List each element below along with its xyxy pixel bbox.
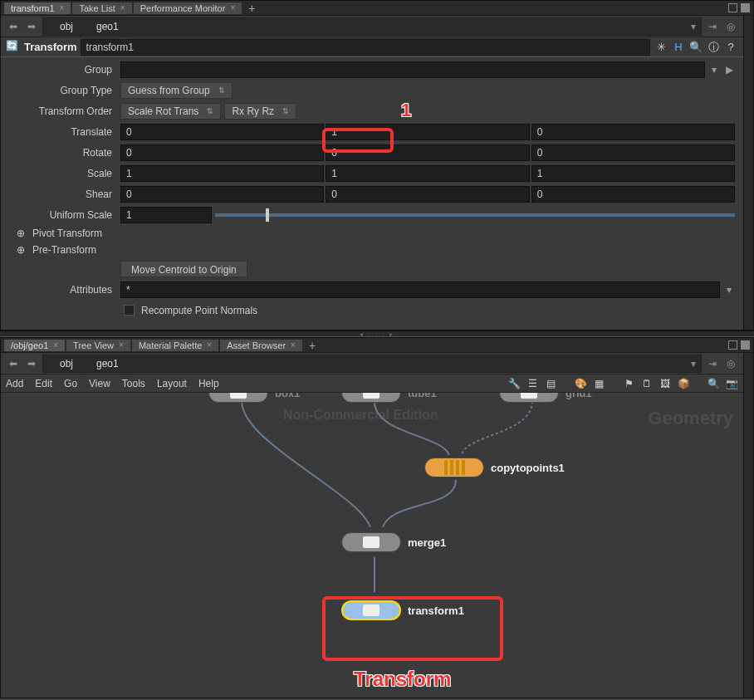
menu-tools[interactable]: Tools [122,378,145,389]
tab-perfmon[interactable]: Performance Monitor× [134,2,242,14]
houdini-icon[interactable]: H [671,40,686,55]
menu-help[interactable]: Help [198,378,219,389]
add-tab-button[interactable]: + [243,2,260,15]
tab-asset-browser[interactable]: Asset Browser× [220,340,302,351]
select-icon[interactable]: ▶ [723,64,735,76]
group-input[interactable] [120,61,705,78]
right-sidebar[interactable] [743,16,753,330]
tab-transform1[interactable]: transform1× [4,2,71,14]
dropdown-icon[interactable]: ▾ [708,64,720,76]
pin-icon[interactable]: ⇥ [705,356,720,371]
back-icon[interactable]: ⬅ [6,19,21,34]
close-icon[interactable]: × [291,340,296,350]
group-type-dropdown[interactable]: Guess from Group [120,82,233,99]
recompute-normals-checkbox[interactable]: Recompute Point Normals [120,301,257,320]
scale-x-input[interactable] [120,165,324,182]
wrench-icon[interactable]: 🔧 [507,377,521,390]
menu-layout[interactable]: Layout [157,378,187,389]
crumb-geo1[interactable]: geo1 [80,19,125,34]
close-icon[interactable]: × [119,340,124,350]
search-icon[interactable]: 🔍 [688,40,703,55]
crumb-geo1[interactable]: geo1 [80,356,125,371]
layout-icon[interactable] [741,340,750,350]
scale-y-input[interactable] [326,165,529,182]
maximize-icon[interactable] [728,340,737,350]
breadcrumb[interactable]: obj geo1 ▾ [42,355,702,373]
translate-x-input[interactable] [120,124,324,140]
tab-obj-geo1[interactable]: /obj/geo1× [4,340,65,351]
menu-edit[interactable]: Edit [35,378,52,389]
layout-icon[interactable] [741,3,750,12]
node-name-input[interactable] [81,39,650,56]
add-tab-button[interactable]: + [304,339,321,352]
image-icon[interactable]: 🖼 [659,377,672,390]
menu-add[interactable]: Add [6,378,23,389]
flag-icon[interactable]: ⚑ [622,377,635,390]
list-icon[interactable]: ▤ [544,377,557,390]
tab-take-list[interactable]: Take List× [72,2,131,14]
close-icon[interactable]: × [53,340,58,350]
node-transform1[interactable]: transform1 [341,600,464,620]
translate-z-input[interactable] [531,124,735,140]
forward-icon[interactable]: ➡ [24,19,39,34]
network-nav-bar: ⬅ ➡ obj geo1 ▾ ⇥ ◎ [1,353,743,374]
dropdown-icon[interactable]: ▾ [723,284,735,296]
menu-view[interactable]: View [89,378,110,389]
close-icon[interactable]: × [230,3,235,12]
shear-y-input[interactable] [326,186,529,203]
node-graph[interactable]: Non-Commercial Edition Geometry box1 tub… [1,393,743,698]
note-icon[interactable]: 🗒 [640,377,654,390]
back-icon[interactable]: ⬅ [6,356,21,371]
gear-icon[interactable]: ✳ [654,40,668,55]
node-box1[interactable]: box1 [208,393,300,403]
param-tab-bar: transform1× Take List× Performance Monit… [1,1,753,16]
shear-x-input[interactable] [120,186,324,203]
close-icon[interactable]: × [120,3,125,12]
splitter[interactable]: ◂ ::::: ▸ [0,330,754,337]
grid-icon[interactable]: ▦ [592,377,605,390]
dropdown-icon[interactable]: ▾ [686,358,701,370]
rotate-x-input[interactable] [120,144,324,161]
rotate-y-input[interactable] [326,144,529,161]
menu-go[interactable]: Go [64,378,77,389]
uscale-slider[interactable] [215,207,735,223]
pivot-transform-collapse[interactable]: ⊕Pivot Transform [9,225,735,242]
xord-dropdown[interactable]: Scale Rot Trans [120,103,221,120]
info-icon[interactable]: ⓘ [706,40,721,55]
tree-icon[interactable]: ☰ [526,377,539,390]
pre-transform-collapse[interactable]: ⊕Pre-Transform [9,242,735,258]
attrs-input[interactable] [120,281,720,298]
target-icon[interactable]: ◎ [723,19,738,34]
forward-icon[interactable]: ➡ [24,356,39,371]
node-grid1[interactable]: grid1 [499,393,592,403]
node-merge1[interactable]: merge1 [341,532,446,552]
network-menu-bar: Add Edit Go View Tools Layout Help 🔧 ☰ ▤… [1,374,743,393]
box-icon[interactable]: 📦 [677,377,690,390]
maximize-icon[interactable] [728,3,737,12]
dropdown-icon[interactable]: ▾ [686,21,701,32]
uscale-input[interactable] [120,207,212,223]
crumb-obj[interactable]: obj [43,19,80,34]
translate-y-input[interactable] [326,124,529,140]
crumb-obj[interactable]: obj [43,356,80,371]
palette-icon[interactable]: 🎨 [574,377,587,390]
right-sidebar[interactable] [743,353,753,698]
rotate-z-input[interactable] [531,144,735,161]
search-icon[interactable]: 🔍 [707,377,720,390]
pin-icon[interactable]: ⇥ [705,19,720,34]
camera-icon[interactable]: 📷 [725,377,738,390]
tab-material-palette[interactable]: Material Palette× [132,340,218,351]
shear-z-input[interactable] [531,186,735,203]
scale-z-input[interactable] [531,165,735,182]
close-icon[interactable]: × [60,3,65,12]
rord-dropdown[interactable]: Rx Ry Rz [224,103,296,120]
target-icon[interactable]: ◎ [723,356,738,371]
tab-tree-view[interactable]: Tree View× [66,340,130,351]
checkbox-icon [124,305,135,316]
close-icon[interactable]: × [207,340,212,350]
node-tube1[interactable]: tube1 [341,393,437,403]
breadcrumb[interactable]: obj geo1 ▾ [42,17,702,36]
node-copytopoints1[interactable]: copytopoints1 [424,458,565,477]
help-icon[interactable]: ? [723,40,738,55]
move-centroid-button[interactable]: Move Centroid to Origin [120,261,247,277]
